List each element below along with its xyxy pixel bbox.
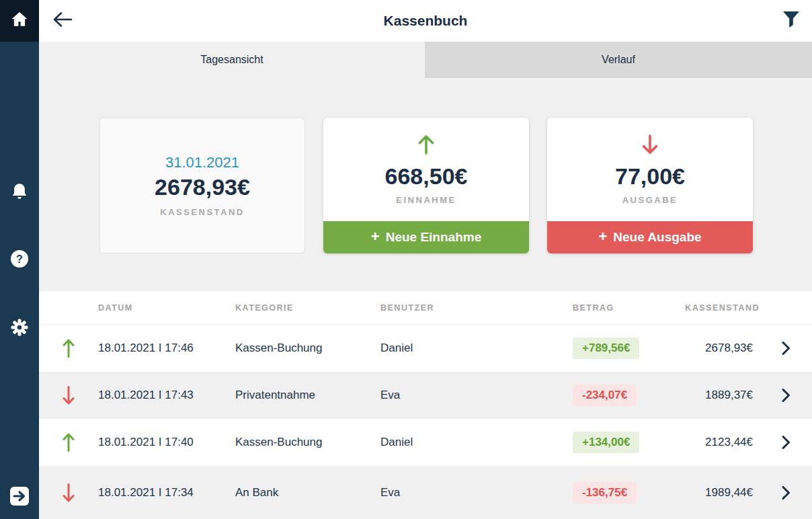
- svg-text:?: ?: [16, 253, 23, 265]
- sidebar-item-logout[interactable]: [0, 485, 39, 510]
- column-header-betrag: BETRAG: [573, 303, 688, 313]
- income-card: 668,50€ EINNAHME + Neue Einnahme: [323, 118, 529, 253]
- cell-benutzer: Daniel: [380, 342, 573, 355]
- balance-card: 31.01.2021 2678,93€ KASSENSTAND: [99, 118, 305, 253]
- filter-icon: [782, 10, 800, 32]
- table-row[interactable]: 18.01.2021 I 17:43 Privatentnahme Eva -2…: [39, 372, 812, 419]
- button-label: Neue Einnahme: [386, 230, 482, 245]
- cell-datum: 18.01.2021 I 17:34: [98, 486, 235, 500]
- home-icon: [9, 9, 30, 32]
- column-header-benutzer: BENUTZER: [380, 303, 573, 313]
- sidebar: ?: [0, 0, 39, 519]
- logout-icon: [9, 485, 30, 510]
- sidebar-item-home[interactable]: [0, 0, 39, 42]
- sidebar-item-notifications[interactable]: [0, 182, 39, 204]
- column-header-kassenstand: KASSENSTAND: [685, 303, 760, 313]
- cell-datum: 18.01.2021 I 17:40: [98, 436, 235, 449]
- cell-kassenstand: 1989,44€: [705, 486, 760, 500]
- amount-badge: -234,07€: [573, 385, 637, 406]
- new-expense-button[interactable]: + Neue Ausgabe: [547, 221, 753, 253]
- arrow-up-icon: [417, 134, 436, 158]
- plus-icon: +: [371, 229, 380, 244]
- cell-benutzer: Daniel: [380, 436, 573, 449]
- arrow-down-icon: [641, 134, 659, 158]
- top-header: Kassenbuch: [39, 0, 812, 42]
- tab-bar: Tagesansicht Verlauf: [39, 42, 812, 78]
- summary-section: 31.01.2021 2678,93€ KASSENSTAND 668,50€ …: [39, 78, 812, 291]
- cell-datum: 18.01.2021 I 17:43: [98, 389, 235, 402]
- tab-label: Tagesansicht: [200, 54, 263, 66]
- tab-label: Verlauf: [602, 54, 635, 66]
- cell-datum: 18.01.2021 I 17:46: [98, 342, 235, 355]
- chevron-right-icon[interactable]: [781, 341, 790, 356]
- filter-button[interactable]: [780, 10, 803, 32]
- arrow-up-icon: [63, 432, 75, 452]
- expense-card: 77,00€ AUSGABE + Neue Ausgabe: [547, 118, 753, 253]
- balance-amount: 2678,93€: [155, 174, 250, 200]
- arrow-down-icon: [63, 385, 75, 405]
- table-header: DATUM KATEGORIE BENUTZER BETRAG KASSENST…: [39, 291, 812, 325]
- bell-icon: [9, 182, 30, 204]
- button-label: Neue Ausgabe: [613, 230, 701, 245]
- cell-kategorie: Kassen-Buchung: [235, 436, 380, 449]
- chevron-right-icon[interactable]: [781, 435, 790, 450]
- sidebar-item-settings[interactable]: [0, 317, 39, 340]
- cell-kassenstand: 2678,93€: [705, 342, 760, 355]
- column-header-datum: DATUM: [98, 303, 235, 313]
- question-icon: ?: [10, 249, 29, 271]
- amount-badge: +789,56€: [573, 337, 639, 359]
- plus-icon: +: [598, 229, 607, 244]
- amount-badge: -136,75€: [573, 482, 637, 504]
- cell-kassenstand: 1889,37€: [705, 389, 760, 402]
- table-row[interactable]: 18.01.2021 I 17:46 Kassen-Buchung Daniel…: [39, 325, 812, 372]
- main-area: Kassenbuch Tagesansicht Verlauf 31.01.20…: [39, 0, 812, 519]
- tab-tagesansicht[interactable]: Tagesansicht: [39, 42, 425, 78]
- cell-benutzer: Eva: [380, 389, 573, 402]
- cell-kategorie: Kassen-Buchung: [235, 342, 380, 355]
- new-income-button[interactable]: + Neue Einnahme: [323, 221, 529, 253]
- cell-kategorie: An Bank: [235, 486, 380, 500]
- page-title: Kassenbuch: [39, 0, 812, 42]
- expense-amount: 77,00€: [615, 163, 685, 190]
- table-row[interactable]: 18.01.2021 I 17:34 An Bank Eva -136,75€ …: [39, 466, 812, 519]
- income-label: EINNAHME: [396, 195, 456, 205]
- cell-kategorie: Privatentnahme: [235, 389, 380, 402]
- sidebar-item-help[interactable]: ?: [0, 249, 39, 271]
- cell-benutzer: Eva: [380, 486, 573, 500]
- balance-label: KASSENSTAND: [160, 207, 245, 217]
- tab-verlauf[interactable]: Verlauf: [425, 42, 812, 78]
- income-amount: 668,50€: [385, 163, 468, 190]
- amount-badge: +134,00€: [573, 432, 639, 453]
- chevron-right-icon[interactable]: [781, 485, 790, 500]
- column-header-kategorie: KATEGORIE: [235, 303, 380, 313]
- table-row[interactable]: 18.01.2021 I 17:40 Kassen-Buchung Daniel…: [39, 419, 812, 466]
- gear-icon: [9, 317, 30, 340]
- arrow-up-icon: [63, 338, 75, 358]
- arrow-down-icon: [63, 483, 75, 503]
- chevron-right-icon[interactable]: [781, 388, 790, 403]
- cell-kassenstand: 2123,44€: [705, 436, 760, 449]
- balance-date: 31.01.2021: [165, 154, 239, 171]
- expense-label: AUSGABE: [622, 195, 678, 205]
